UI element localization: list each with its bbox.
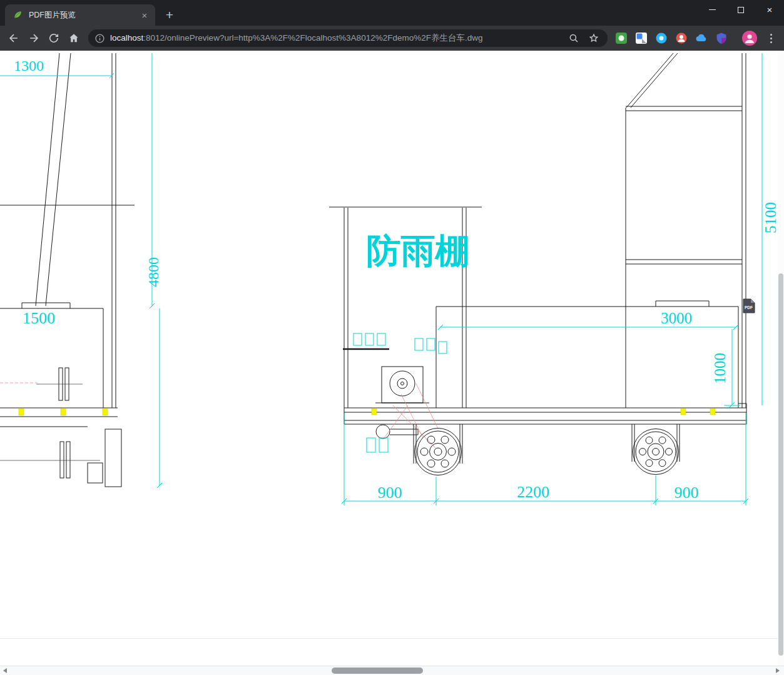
dim-1300-label: 1300 — [14, 58, 44, 74]
left-wheel — [414, 424, 462, 475]
reload-icon — [48, 32, 60, 44]
horizontal-scrollbar-track[interactable] — [0, 666, 784, 675]
dim-1000-label: 1000 — [711, 353, 728, 384]
dim-1500-label: 1500 — [23, 309, 55, 327]
vertical-scrollbar-track[interactable] — [778, 51, 784, 666]
cloud-icon — [695, 32, 708, 44]
pdf-badge-label: PDF — [745, 305, 753, 310]
address-bar[interactable]: localhost:8012/onlinePreview?url=http%3A… — [88, 29, 608, 47]
extension-icon-4[interactable] — [673, 29, 690, 47]
close-window-button[interactable]: × — [755, 0, 784, 19]
extension-1-glyph — [615, 32, 628, 44]
maximize-button[interactable] — [726, 0, 755, 19]
zoom-page-icon[interactable] — [566, 31, 581, 46]
shield-icon — [715, 32, 728, 44]
extension-icon-3[interactable] — [653, 29, 670, 47]
bookmark-star-icon[interactable] — [586, 31, 601, 46]
tab-close-icon[interactable]: × — [139, 9, 150, 21]
menu-icon[interactable] — [766, 29, 776, 47]
star-icon — [588, 33, 599, 44]
browser-titlebar: PDF图片预览 × + × — [0, 0, 784, 26]
browser-toolbar: localhost:8012/onlinePreview?url=http%3A… — [0, 26, 784, 51]
pdf-file-badge[interactable]: PDF — [742, 298, 755, 313]
maximize-icon — [738, 7, 744, 13]
scroll-left-arrow[interactable] — [3, 668, 7, 673]
dim-3000-label: 3000 — [661, 310, 692, 327]
horizontal-scrollbar-thumb[interactable] — [332, 667, 423, 674]
preview-page: 1300 4800 1500 — [0, 51, 778, 666]
dim-5100-label: 5100 — [762, 202, 778, 233]
minimize-icon — [709, 9, 716, 10]
dim-900-rear-label: 900 — [675, 484, 699, 502]
dim-2200-label: 2200 — [517, 483, 549, 501]
pdf-file-icon: PDF — [742, 298, 755, 313]
forward-button[interactable] — [25, 29, 43, 47]
back-icon — [8, 32, 20, 44]
right-wheel — [632, 424, 680, 475]
home-button[interactable] — [65, 29, 83, 47]
window-controls: × — [698, 0, 784, 19]
cad-drawing: 1300 4800 1500 — [0, 51, 778, 638]
browser-tab[interactable]: PDF图片预览 × — [5, 4, 155, 26]
minimize-button[interactable] — [698, 0, 726, 19]
extension-4-glyph — [675, 32, 688, 44]
url-path: :8012/onlinePreview?url=http%3A%2F%2Floc… — [143, 33, 482, 43]
forward-icon — [28, 32, 40, 44]
avatar-icon — [742, 31, 757, 46]
profile-avatar[interactable] — [742, 31, 757, 46]
page-info-icon[interactable] — [94, 33, 105, 44]
canopy-label: 防雨棚 — [367, 231, 470, 270]
tab-title: PDF图片预览 — [29, 10, 139, 21]
left-view-dimensions: 1300 4800 1500 — [0, 53, 162, 488]
extension-icon-5[interactable] — [693, 29, 710, 47]
dim-4800-label: 4800 — [145, 257, 161, 287]
url-text: localhost:8012/onlinePreview?url=http%3A… — [110, 33, 561, 44]
reload-button[interactable] — [45, 29, 63, 47]
magnifier-icon — [568, 33, 579, 44]
left-view-geometry — [0, 53, 135, 487]
extension-icon-6[interactable] — [713, 29, 730, 47]
page-bottom-divider — [0, 638, 778, 639]
translate-icon — [635, 32, 648, 44]
scroll-right-arrow[interactable] — [776, 668, 780, 673]
home-icon — [68, 32, 80, 44]
new-tab-button[interactable]: + — [160, 6, 179, 24]
back-button[interactable] — [5, 29, 23, 47]
main-view-dimensions: 防雨棚 5100 3000 1000 900 2200 900 — [342, 53, 778, 505]
dim-900-front-label: 900 — [378, 484, 402, 502]
extension-3-glyph — [655, 32, 668, 44]
url-host: localhost — [110, 33, 143, 43]
vertical-scrollbar-thumb[interactable] — [778, 273, 783, 656]
extension-icon-2[interactable] — [633, 29, 650, 47]
spring-leaf-favicon — [13, 10, 23, 20]
extension-icon-1[interactable] — [613, 29, 630, 47]
